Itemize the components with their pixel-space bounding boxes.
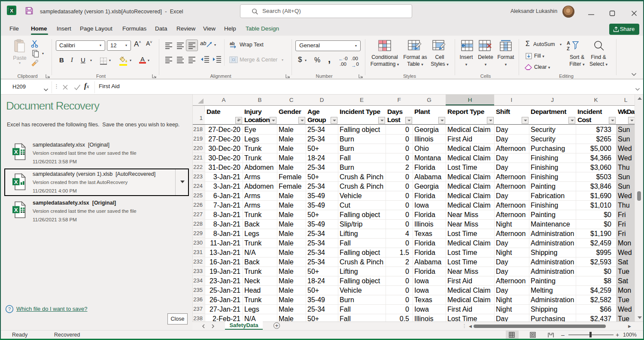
svg-text:X: X bbox=[14, 207, 18, 213]
svg-text:X: X bbox=[14, 179, 18, 185]
svg-text:Z: Z bbox=[567, 46, 570, 51]
svg-text:?: ? bbox=[8, 306, 11, 312]
svg-text:ab: ab bbox=[230, 41, 235, 46]
svg-text:A: A bbox=[567, 40, 570, 46]
svg-text:X: X bbox=[10, 8, 13, 13]
svg-text:X: X bbox=[14, 149, 18, 155]
